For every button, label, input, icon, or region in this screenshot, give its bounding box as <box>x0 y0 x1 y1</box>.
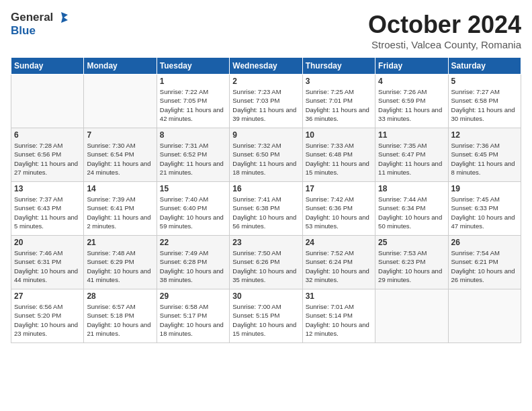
calendar-cell: 8Sunrise: 7:31 AM Sunset: 6:52 PM Daylig… <box>157 128 229 182</box>
day-number: 26 <box>451 238 518 247</box>
cell-info: Sunrise: 7:30 AM Sunset: 6:54 PM Dayligh… <box>87 141 153 177</box>
day-of-week-header: Thursday <box>302 58 375 75</box>
day-of-week-header: Friday <box>375 58 448 75</box>
calendar-cell: 13Sunrise: 7:37 AM Sunset: 6:43 PM Dayli… <box>11 182 84 236</box>
calendar-week-row: 6Sunrise: 7:28 AM Sunset: 6:56 PM Daylig… <box>11 128 521 182</box>
calendar-cell: 3Sunrise: 7:25 AM Sunset: 7:01 PM Daylig… <box>302 75 375 128</box>
cell-info: Sunrise: 7:40 AM Sunset: 6:40 PM Dayligh… <box>160 195 226 230</box>
cell-info: Sunrise: 7:54 AM Sunset: 6:21 PM Dayligh… <box>451 248 518 284</box>
day-number: 28 <box>87 291 153 301</box>
calendar-cell: 7Sunrise: 7:30 AM Sunset: 6:54 PM Daylig… <box>84 128 157 182</box>
day-number: 11 <box>378 130 445 140</box>
month-title: October 2024 <box>368 11 521 39</box>
day-number: 2 <box>232 77 299 86</box>
calendar-cell: 27Sunrise: 6:56 AM Sunset: 5:20 PM Dayli… <box>11 289 84 343</box>
day-of-week-header: Sunday <box>11 58 84 75</box>
day-number: 24 <box>306 238 372 247</box>
calendar-cell <box>375 289 448 343</box>
cell-info: Sunrise: 7:22 AM Sunset: 7:05 PM Dayligh… <box>160 87 226 123</box>
day-of-week-header: Wednesday <box>230 58 302 75</box>
cell-info: Sunrise: 7:39 AM Sunset: 6:41 PM Dayligh… <box>87 195 153 230</box>
day-number: 12 <box>451 130 518 140</box>
calendar-cell: 6Sunrise: 7:28 AM Sunset: 6:56 PM Daylig… <box>11 128 84 182</box>
cell-info: Sunrise: 6:56 AM Sunset: 5:20 PM Dayligh… <box>14 302 81 338</box>
day-number: 9 <box>232 130 299 140</box>
calendar-week-row: 20Sunrise: 7:46 AM Sunset: 6:31 PM Dayli… <box>11 236 521 289</box>
calendar-cell: 28Sunrise: 6:57 AM Sunset: 5:18 PM Dayli… <box>84 289 157 343</box>
cell-info: Sunrise: 7:27 AM Sunset: 6:58 PM Dayligh… <box>451 87 518 123</box>
cell-info: Sunrise: 7:50 AM Sunset: 6:26 PM Dayligh… <box>232 248 299 284</box>
cell-info: Sunrise: 7:37 AM Sunset: 6:43 PM Dayligh… <box>14 195 81 230</box>
cell-info: Sunrise: 7:49 AM Sunset: 6:28 PM Dayligh… <box>160 248 226 284</box>
day-number: 3 <box>306 77 372 86</box>
cell-info: Sunrise: 7:32 AM Sunset: 6:50 PM Dayligh… <box>232 141 299 177</box>
logo-bird-icon <box>54 11 68 24</box>
calendar-cell: 11Sunrise: 7:35 AM Sunset: 6:47 PM Dayli… <box>375 128 448 182</box>
svg-marker-0 <box>61 12 68 23</box>
calendar-cell: 4Sunrise: 7:26 AM Sunset: 6:59 PM Daylig… <box>375 75 448 128</box>
cell-info: Sunrise: 7:42 AM Sunset: 6:36 PM Dayligh… <box>306 195 372 230</box>
calendar-cell: 20Sunrise: 7:46 AM Sunset: 6:31 PM Dayli… <box>11 236 84 289</box>
day-number: 16 <box>232 184 299 193</box>
calendar-cell <box>11 75 84 128</box>
day-number: 17 <box>306 184 372 193</box>
cell-info: Sunrise: 7:41 AM Sunset: 6:38 PM Dayligh… <box>232 195 299 230</box>
calendar-cell: 14Sunrise: 7:39 AM Sunset: 6:41 PM Dayli… <box>84 182 157 236</box>
cell-info: Sunrise: 7:01 AM Sunset: 5:14 PM Dayligh… <box>306 302 372 338</box>
day-number: 27 <box>14 291 81 301</box>
cell-info: Sunrise: 6:57 AM Sunset: 5:18 PM Dayligh… <box>87 302 153 338</box>
title-block: October 2024 Stroesti, Valcea County, Ro… <box>368 11 521 50</box>
day-number: 23 <box>232 238 299 247</box>
day-number: 6 <box>14 130 81 140</box>
calendar-cell: 31Sunrise: 7:01 AM Sunset: 5:14 PM Dayli… <box>302 289 375 343</box>
location-title: Stroesti, Valcea County, Romania <box>368 39 521 50</box>
cell-info: Sunrise: 7:31 AM Sunset: 6:52 PM Dayligh… <box>160 141 226 177</box>
cell-info: Sunrise: 7:25 AM Sunset: 7:01 PM Dayligh… <box>306 87 372 123</box>
calendar-table: SundayMondayTuesdayWednesdayThursdayFrid… <box>11 57 521 343</box>
cell-info: Sunrise: 7:26 AM Sunset: 6:59 PM Dayligh… <box>378 87 445 123</box>
calendar-cell: 24Sunrise: 7:52 AM Sunset: 6:24 PM Dayli… <box>302 236 375 289</box>
day-number: 5 <box>451 77 518 86</box>
calendar-cell: 23Sunrise: 7:50 AM Sunset: 6:26 PM Dayli… <box>230 236 302 289</box>
day-number: 22 <box>160 238 226 247</box>
day-number: 29 <box>160 291 226 301</box>
calendar-cell: 9Sunrise: 7:32 AM Sunset: 6:50 PM Daylig… <box>230 128 302 182</box>
cell-info: Sunrise: 7:23 AM Sunset: 7:03 PM Dayligh… <box>232 87 299 123</box>
day-of-week-header: Monday <box>84 58 157 75</box>
day-number: 8 <box>160 130 226 140</box>
cell-info: Sunrise: 7:48 AM Sunset: 6:29 PM Dayligh… <box>87 248 153 284</box>
calendar-cell: 18Sunrise: 7:44 AM Sunset: 6:34 PM Dayli… <box>375 182 448 236</box>
calendar-cell: 16Sunrise: 7:41 AM Sunset: 6:38 PM Dayli… <box>230 182 302 236</box>
day-of-week-header: Tuesday <box>157 58 229 75</box>
day-number: 19 <box>451 184 518 193</box>
cell-info: Sunrise: 7:45 AM Sunset: 6:33 PM Dayligh… <box>451 195 518 230</box>
calendar-cell: 10Sunrise: 7:33 AM Sunset: 6:48 PM Dayli… <box>302 128 375 182</box>
calendar-cell: 25Sunrise: 7:53 AM Sunset: 6:23 PM Dayli… <box>375 236 448 289</box>
cell-info: Sunrise: 7:33 AM Sunset: 6:48 PM Dayligh… <box>306 141 372 177</box>
day-number: 4 <box>378 77 445 86</box>
logo-general-text: General <box>11 11 53 24</box>
cell-info: Sunrise: 7:44 AM Sunset: 6:34 PM Dayligh… <box>378 195 445 230</box>
day-of-week-header: Saturday <box>448 58 521 75</box>
calendar-cell: 19Sunrise: 7:45 AM Sunset: 6:33 PM Dayli… <box>448 182 521 236</box>
day-number: 14 <box>87 184 153 193</box>
day-number: 1 <box>160 77 226 86</box>
cell-info: Sunrise: 7:53 AM Sunset: 6:23 PM Dayligh… <box>378 248 445 284</box>
calendar-cell: 29Sunrise: 6:58 AM Sunset: 5:17 PM Dayli… <box>157 289 229 343</box>
calendar-cell <box>84 75 157 128</box>
day-number: 25 <box>378 238 445 247</box>
calendar-week-row: 13Sunrise: 7:37 AM Sunset: 6:43 PM Dayli… <box>11 182 521 236</box>
day-number: 18 <box>378 184 445 193</box>
calendar-cell: 21Sunrise: 7:48 AM Sunset: 6:29 PM Dayli… <box>84 236 157 289</box>
day-number: 7 <box>87 130 153 140</box>
cell-info: Sunrise: 7:28 AM Sunset: 6:56 PM Dayligh… <box>14 141 81 177</box>
cell-info: Sunrise: 7:00 AM Sunset: 5:15 PM Dayligh… <box>232 302 299 338</box>
logo: General Blue <box>11 11 68 38</box>
calendar-cell: 22Sunrise: 7:49 AM Sunset: 6:28 PM Dayli… <box>157 236 229 289</box>
calendar-cell: 5Sunrise: 7:27 AM Sunset: 6:58 PM Daylig… <box>448 75 521 128</box>
cell-info: Sunrise: 7:36 AM Sunset: 6:45 PM Dayligh… <box>451 141 518 177</box>
cell-info: Sunrise: 7:52 AM Sunset: 6:24 PM Dayligh… <box>306 248 372 284</box>
cell-info: Sunrise: 7:46 AM Sunset: 6:31 PM Dayligh… <box>14 248 81 284</box>
calendar-cell: 2Sunrise: 7:23 AM Sunset: 7:03 PM Daylig… <box>230 75 302 128</box>
day-number: 15 <box>160 184 226 193</box>
